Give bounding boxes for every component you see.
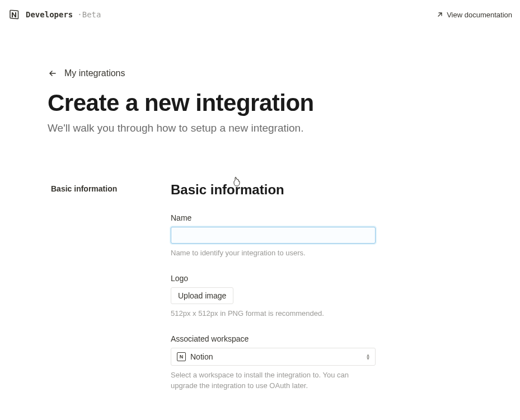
upload-image-button[interactable]: Upload image [171,287,233,304]
page-subtitle: We'll walk you through how to setup a ne… [48,122,472,134]
workspace-help: Select a workspace to install the integr… [171,370,372,390]
workspace-label: Associated workspace [171,334,395,343]
name-input[interactable] [171,227,376,244]
name-label: Name [171,213,395,222]
back-link-label: My integrations [64,68,125,78]
logo-help: 512px x 512px in PNG format is recommend… [171,309,372,319]
notion-workspace-icon: N [177,352,186,361]
view-documentation-link[interactable]: View documentation [437,11,512,19]
view-docs-label: View documentation [447,11,512,19]
form: Basic information Name Name to identify … [171,182,395,407]
arrow-left-icon [48,68,58,78]
developers-label: Developers [26,10,73,19]
beta-label: ·Beta [77,10,101,19]
page-container: My integrations Create a new integration… [0,68,520,407]
name-field-group: Name Name to identify your integration t… [171,213,395,258]
notion-logo-icon [8,8,21,21]
external-link-icon [437,11,443,18]
back-link[interactable]: My integrations [48,68,472,78]
workspace-selected: Notion [190,352,213,361]
page-title: Create a new integration [48,90,472,116]
section-title: Basic information [171,182,395,198]
logo-label: Logo [171,274,395,283]
top-header: Developers ·Beta View documentation [0,0,520,29]
logo-field-group: Logo Upload image 512px x 512px in PNG f… [171,274,395,319]
workspace-field-group: Associated workspace N Notion ▴▾ Select … [171,334,395,390]
name-help: Name to identify your integration to use… [171,248,372,258]
sidebar-item-basic-information[interactable]: Basic information [48,182,160,195]
sidebar: Basic information [48,182,160,407]
chevron-sort-icon: ▴▾ [367,353,369,360]
content-area: Basic information Basic information Name… [48,182,472,407]
workspace-dropdown[interactable]: N Notion ▴▾ [171,348,376,366]
header-left: Developers ·Beta [8,8,101,21]
